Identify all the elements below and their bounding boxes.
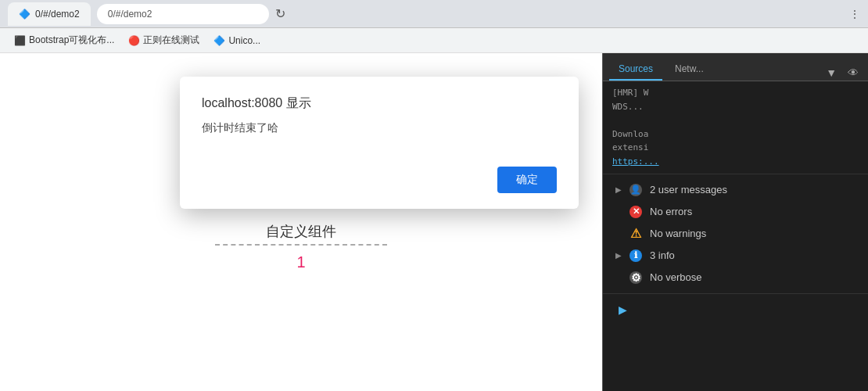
log-line-hmr: [HMR] W	[612, 86, 859, 100]
bookmark-icon-regex: 🔴	[128, 35, 140, 46]
browser-bar: 🔷 0/#/demo2 0/#/demo2 ↻ ⋮	[0, 0, 868, 28]
tab-sources[interactable]: Sources	[609, 59, 662, 81]
bookmark-item-uni[interactable]: 🔷 Unico...	[207, 32, 267, 49]
main-area: 自定义组件 1 localhost:8080 显示 倒计时结束了哈 确定 Sou…	[0, 53, 868, 391]
no-verbose-label: No verbose	[650, 271, 855, 283]
user-messages-arrow: ▶	[615, 185, 622, 194]
log-line-download: Downloa	[612, 127, 859, 142]
verbose-icon: ⚙	[629, 271, 642, 284]
url-bar[interactable]: 0/#/demo2	[97, 4, 269, 24]
log-line-wds: WDS...	[612, 100, 859, 114]
log-link[interactable]: https:...	[612, 156, 659, 167]
dialog-overlay: localhost:8080 显示 倒计时结束了哈 确定	[0, 53, 602, 391]
tab-label: 0/#/demo2	[35, 9, 80, 20]
filter-no-warnings[interactable]: ▶ ⚠ No warnings	[603, 223, 868, 245]
info-arrow: ▶	[615, 251, 622, 260]
filter-user-messages[interactable]: ▶ 👤 2 user messages	[603, 179, 868, 201]
browser-refresh-icon[interactable]: ↻	[275, 6, 285, 21]
error-icon: ✕	[629, 206, 642, 218]
no-errors-label: No errors	[650, 206, 855, 217]
log-line-blank	[612, 113, 859, 127]
devtools-dropdown-icon[interactable]: ▼	[823, 65, 840, 81]
devtools-panel: Sources Netw... ▼ 👁 [HMR] W WDS... Downl…	[602, 53, 868, 391]
filter-section: ▶ 👤 2 user messages ▶ ✕ No errors ▶ ⚠ No…	[603, 174, 868, 293]
dialog-footer: 确定	[202, 167, 557, 193]
devtools-eye-icon[interactable]: 👁	[845, 65, 862, 81]
dialog-box: localhost:8080 显示 倒计时结束了哈 确定	[180, 77, 579, 209]
dialog-title: localhost:8080 显示	[202, 95, 557, 112]
info-icon: ℹ	[629, 249, 642, 262]
dialog-confirm-button[interactable]: 确定	[497, 167, 557, 193]
expand-section: ▶	[603, 293, 868, 325]
bookmark-item-bootstrap[interactable]: ⬛ Bootstrap可视化布...	[8, 30, 120, 50]
browser-tab-active[interactable]: 🔷 0/#/demo2	[8, 2, 91, 26]
bookmark-item-regex[interactable]: 🔴 正则在线测试	[122, 30, 206, 50]
devtools-icon[interactable]: ⋮	[849, 8, 860, 20]
tab-network[interactable]: Netw...	[665, 59, 713, 81]
bookmark-label-bootstrap: Bootstrap可视化布...	[29, 34, 114, 47]
dialog-message: 倒计时结束了哈	[202, 121, 557, 135]
bookmark-icon-bootstrap: ⬛	[14, 35, 26, 46]
log-line-extensi: extensi	[612, 141, 859, 155]
log-messages-area: [HMR] W WDS... Downloa extensi https:...	[603, 81, 868, 174]
bookmark-label-regex: 正则在线测试	[143, 34, 199, 47]
bookmarks-bar: ⬛ Bootstrap可视化布... 🔴 正则在线测试 🔷 Unico...	[0, 28, 868, 53]
info-label: 3 info	[650, 249, 855, 261]
url-text: 0/#/demo2	[108, 9, 152, 20]
webpage: 自定义组件 1 localhost:8080 显示 倒计时结束了哈 确定	[0, 53, 602, 391]
log-line-link: https:...	[612, 155, 859, 169]
expand-icon[interactable]: ▶	[612, 300, 633, 319]
filter-info[interactable]: ▶ ℹ 3 info	[603, 245, 868, 267]
devtools-tabs: Sources Netw... ▼ 👁	[603, 53, 868, 81]
user-messages-label: 2 user messages	[650, 184, 855, 196]
bookmark-icon-uni: 🔷	[213, 35, 225, 46]
filter-no-errors[interactable]: ▶ ✕ No errors	[603, 201, 868, 223]
no-warnings-label: No warnings	[650, 228, 855, 239]
user-messages-icon: 👤	[629, 184, 642, 196]
filter-no-verbose[interactable]: ▶ ⚙ No verbose	[603, 267, 868, 289]
tab-favicon: 🔷	[19, 9, 30, 20]
bookmark-label-uni: Unico...	[228, 35, 260, 46]
warning-icon: ⚠	[629, 228, 642, 240]
